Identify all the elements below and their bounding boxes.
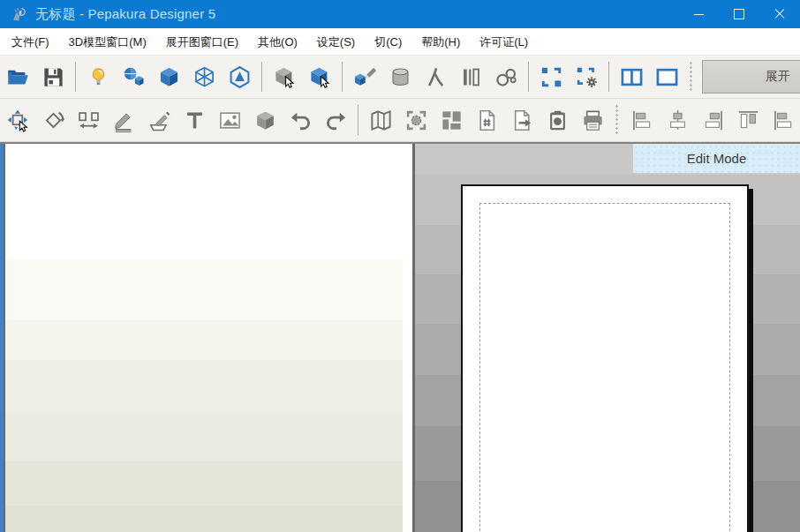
minimize-icon <box>694 14 704 15</box>
align-left-button[interactable] <box>624 101 660 139</box>
align-right-button[interactable] <box>695 101 730 139</box>
arrange-parts-button[interactable] <box>434 101 469 139</box>
wireframe-view-icon <box>192 65 216 89</box>
print-icon <box>581 109 605 132</box>
select-part-3d-icon <box>308 65 332 89</box>
toolbar-top: 展开 <box>0 56 800 99</box>
toggle-light-icon <box>87 65 110 89</box>
toolbar-separator <box>342 62 343 92</box>
undo-icon <box>289 109 313 132</box>
menu-item-6[interactable]: 切(C) <box>365 29 411 55</box>
insert-text-button[interactable] <box>177 101 212 139</box>
close-button[interactable] <box>759 0 800 28</box>
redo-icon <box>324 109 348 132</box>
rotate-part-button[interactable] <box>35 101 71 139</box>
2d-pattern-viewport[interactable]: Edit Mode <box>415 144 800 532</box>
auto-layout-region-icon <box>404 109 428 132</box>
page-settings-button[interactable] <box>469 101 504 139</box>
menu-bar: 文件(F)3D模型窗口(M)展开图窗口(E)其他(O)设定(S)切(C)帮助(H… <box>0 28 800 56</box>
two-pane-layout-button[interactable] <box>614 57 649 96</box>
show-3d-cube-button[interactable] <box>247 101 283 139</box>
viewpoint-mode-button[interactable] <box>222 57 257 96</box>
toolbar-separator <box>75 62 76 92</box>
page-settings-icon <box>475 109 499 132</box>
main-area: Edit Mode <box>0 142 800 532</box>
textured-view-button[interactable] <box>116 57 151 96</box>
select-part-3d-button[interactable] <box>302 57 337 96</box>
menu-item-2[interactable]: 3D模型窗口(M) <box>59 29 156 55</box>
figure-scale-button[interactable] <box>418 57 453 96</box>
menu-item-3[interactable]: 展开图窗口(E) <box>156 29 248 55</box>
select-face-3d-button[interactable] <box>267 57 302 96</box>
spread-parts-icon <box>77 109 101 132</box>
insert-image-button[interactable] <box>212 101 247 139</box>
save-file-button[interactable] <box>35 57 71 96</box>
fill-paint-button[interactable] <box>141 101 177 139</box>
wireframe-view-button[interactable] <box>186 57 222 96</box>
toolbar-bottom <box>0 99 800 142</box>
export-page-button[interactable] <box>504 101 540 139</box>
spread-parts-button[interactable] <box>71 101 106 139</box>
show-3d-cube-icon <box>253 109 277 132</box>
align-center-button[interactable] <box>660 101 695 139</box>
menu-item-8[interactable]: 许可证(L) <box>470 29 538 55</box>
panel-splitter[interactable] <box>403 144 412 532</box>
unfold-button[interactable]: 展开 <box>702 60 800 94</box>
paste-clipboard-icon <box>546 109 570 132</box>
title-bar: 无标题 - Pepakura Designer 5 <box>0 0 800 28</box>
align-top-icon <box>736 109 760 132</box>
toolbar-separator <box>528 62 529 92</box>
toolbar-separator <box>358 105 358 135</box>
menu-item-5[interactable]: 设定(S) <box>307 29 365 55</box>
3d-model-viewport[interactable] <box>5 144 403 532</box>
measure-bars-button[interactable] <box>453 57 488 96</box>
minimize-button[interactable] <box>678 0 719 28</box>
select-face-3d-icon <box>273 65 297 89</box>
viewpoint-mode-icon <box>228 65 252 89</box>
insert-text-icon <box>183 109 207 132</box>
open-file-icon <box>6 65 30 89</box>
fit-view-settings-button[interactable] <box>569 57 604 96</box>
edit-mode-label: Edit Mode <box>687 151 747 166</box>
edit-solid-button[interactable] <box>347 57 382 96</box>
single-pane-layout-button[interactable] <box>649 57 684 96</box>
align-edge-partial-icon <box>772 109 796 132</box>
print-button[interactable] <box>575 101 610 139</box>
maximize-button[interactable] <box>719 0 759 28</box>
menu-item-7[interactable]: 帮助(H) <box>411 29 470 55</box>
save-file-icon <box>42 65 65 89</box>
paste-clipboard-button[interactable] <box>540 101 575 139</box>
edit-solid-icon <box>353 65 377 89</box>
select-move-icon <box>6 109 30 132</box>
toggle-light-button[interactable] <box>80 57 116 96</box>
draw-pencil-button[interactable] <box>106 101 141 139</box>
link-parts-button[interactable] <box>488 57 524 96</box>
select-move-button[interactable] <box>0 101 35 139</box>
fit-view-button[interactable] <box>533 57 569 96</box>
app-icon <box>11 5 28 23</box>
align-edge-partial-button[interactable] <box>766 101 800 139</box>
align-left-icon <box>630 109 654 132</box>
figure-scale-icon <box>424 65 448 89</box>
unfold-map-button[interactable] <box>363 101 398 139</box>
shaded-view-button[interactable] <box>151 57 186 96</box>
menu-item-4[interactable]: 其他(O) <box>248 29 307 55</box>
fit-view-settings-icon <box>575 65 599 89</box>
undo-button[interactable] <box>283 101 318 139</box>
fill-paint-icon <box>147 109 171 132</box>
auto-layout-region-button[interactable] <box>398 101 434 139</box>
align-top-button[interactable] <box>730 101 766 139</box>
single-pane-layout-icon <box>655 65 679 89</box>
open-file-button[interactable] <box>0 57 35 96</box>
redo-button[interactable] <box>318 101 353 139</box>
toolbar-grip[interactable] <box>615 104 619 136</box>
arrange-parts-icon <box>440 109 464 132</box>
primitive-cylinder-button[interactable] <box>382 57 418 96</box>
toolbar-grip[interactable] <box>689 61 693 93</box>
insert-image-icon <box>218 109 242 132</box>
unfold-map-icon <box>369 109 393 132</box>
align-center-icon <box>666 109 690 132</box>
maximize-icon <box>734 9 744 19</box>
toolbar-separator <box>608 62 609 92</box>
menu-item-1[interactable]: 文件(F) <box>2 29 59 55</box>
